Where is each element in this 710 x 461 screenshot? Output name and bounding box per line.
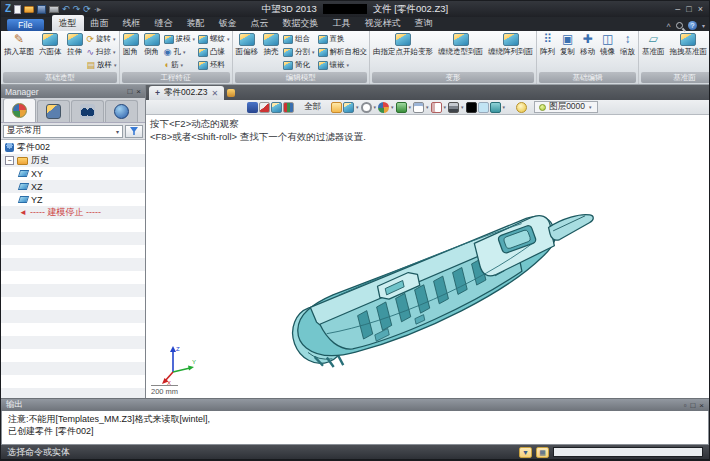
panel-restore-icon[interactable]: □ <box>127 87 132 96</box>
ribbon-button[interactable]: 圆角 <box>121 32 141 57</box>
tree-item[interactable]: YZ <box>1 193 145 206</box>
solid-cube-icon[interactable] <box>271 102 282 113</box>
ribbon-button[interactable]: 简化 <box>282 59 316 71</box>
menu-tab[interactable]: 点云 <box>244 15 276 31</box>
filter-all-label[interactable]: 全部 <box>304 101 321 113</box>
tree-item[interactable]: −历史 <box>1 154 145 167</box>
menu-tab[interactable]: 缝合 <box>148 15 180 31</box>
ribbon-button[interactable]: 拖拽基准面 <box>668 32 709 57</box>
ribbon-button[interactable]: ⟳旋转▾ <box>86 33 118 45</box>
split-view-icon[interactable] <box>431 102 442 113</box>
status-grid-button[interactable]: ▦ <box>536 447 549 458</box>
output-close-icon[interactable]: × <box>699 401 704 410</box>
material-icon[interactable] <box>396 102 407 113</box>
output-pin-icon[interactable]: ▫ <box>684 401 687 410</box>
window-view-icon[interactable] <box>413 102 424 113</box>
selection-badge-icon[interactable] <box>247 102 258 113</box>
model-canvas[interactable]: 按下<F2>动态的观察<F8>或者<Shift-roll> 查找下一个有效的过滤… <box>146 115 709 398</box>
close-button[interactable]: × <box>698 4 703 14</box>
minimize-button[interactable]: – <box>675 4 680 14</box>
new-file-icon[interactable] <box>14 5 21 14</box>
maximize-button[interactable]: □ <box>686 4 691 14</box>
expander-icon[interactable]: − <box>5 156 14 165</box>
ribbon-button[interactable]: ▤放样▾ <box>86 59 118 71</box>
ribbon-button[interactable]: 由指定点开始变形 <box>371 32 435 57</box>
layers-icon[interactable] <box>448 102 459 113</box>
document-tab[interactable]: + 零件002.Z3 ✕ <box>149 86 224 100</box>
output-restore-icon[interactable]: □ <box>690 401 695 410</box>
menu-tab[interactable]: 钣金 <box>212 15 244 31</box>
tab-history[interactable] <box>3 98 36 122</box>
ribbon-button[interactable]: 六面体 <box>37 32 64 57</box>
chart-icon[interactable] <box>283 102 294 113</box>
ribbon-button[interactable]: ∿扫掠▾ <box>86 46 118 58</box>
ribbon-button[interactable]: ✎插入草图 <box>2 32 36 57</box>
ribbon-button[interactable]: 解析自相交 <box>317 46 369 58</box>
ribbon-button[interactable]: 缠绕造型到面 <box>436 32 485 57</box>
ribbon-button[interactable]: 凸缘 <box>197 46 231 58</box>
menu-tab[interactable]: 线框 <box>116 15 148 31</box>
menu-tab[interactable]: 造型 <box>52 15 84 31</box>
tab-view[interactable] <box>105 100 138 122</box>
save-icon[interactable] <box>37 5 46 14</box>
status-filter-button[interactable]: ▼ <box>519 447 532 458</box>
tree-item[interactable]: 零件002 <box>1 141 145 154</box>
search-icon[interactable] <box>676 22 683 29</box>
file-menu-button[interactable]: File <box>7 19 44 31</box>
ribbon-button[interactable]: ✚移动 <box>578 32 597 57</box>
tree-item[interactable]: XZ <box>1 180 145 193</box>
model-3d[interactable] <box>238 141 610 393</box>
help-dropdown-icon[interactable]: ▾ <box>702 22 705 29</box>
collapse-ribbon-icon[interactable]: ˄ <box>666 21 671 30</box>
undo-icon[interactable]: ↶ <box>62 4 70 14</box>
tab-stub-icon[interactable] <box>227 89 235 97</box>
wireframe-icon[interactable] <box>361 102 372 113</box>
open-file-icon[interactable] <box>24 6 34 13</box>
menu-tab[interactable]: 曲面 <box>84 15 116 31</box>
menu-tab[interactable]: 装配 <box>180 15 212 31</box>
ribbon-button[interactable]: 面偏移 <box>234 32 261 57</box>
ribbon-button[interactable]: 组合 <box>282 33 316 45</box>
lightbulb-icon[interactable] <box>516 102 527 113</box>
ribbon-button[interactable]: 缠绕阵列到面 <box>486 32 535 57</box>
refresh-icon[interactable]: ⟳ <box>83 4 91 14</box>
qat-dropdown-icon[interactable]: ·▸ <box>94 4 102 14</box>
close-tab-icon[interactable]: ✕ <box>211 89 218 98</box>
ribbon-button[interactable]: 坯料 <box>197 59 231 71</box>
command-input[interactable] <box>553 447 703 457</box>
ribbon-button[interactable]: 拔模▾ <box>163 33 197 45</box>
ribbon-button[interactable]: 镶嵌▾ <box>317 59 369 71</box>
help-icon[interactable]: ? <box>688 21 697 30</box>
menu-tab[interactable]: 数据交换 <box>276 15 326 31</box>
ribbon-button[interactable]: 置换 <box>317 33 369 45</box>
ribbon-button[interactable]: ◫镜像 <box>598 32 617 57</box>
ribbon-button[interactable]: 螺纹▾ <box>197 33 231 45</box>
ribbon-button[interactable]: 拉伸 <box>65 32 85 57</box>
ribbon-button[interactable]: ◖筋▾ <box>163 59 197 71</box>
shaded-display-icon[interactable] <box>343 102 354 113</box>
menu-tab[interactable]: 查询 <box>408 15 440 31</box>
print-icon[interactable] <box>49 6 59 13</box>
ribbon-button[interactable]: 倒角 <box>142 32 162 57</box>
black-swatch-icon[interactable] <box>466 102 477 113</box>
background-icon[interactable] <box>490 102 501 113</box>
ribbon-button[interactable]: ▱基准面 <box>640 32 667 57</box>
redo-icon[interactable]: ↷ <box>73 4 81 14</box>
menu-tab[interactable]: 视觉样式 <box>358 15 408 31</box>
layer-selector[interactable]: 图层0000 ▾ <box>534 101 597 113</box>
ribbon-button[interactable]: ◉孔▾ <box>163 46 197 58</box>
panel-close-icon[interactable]: × <box>136 87 141 96</box>
tree-item[interactable]: XY <box>1 167 145 180</box>
filter-select[interactable]: 显示常用 ▾ <box>3 125 123 138</box>
blue-swatch-icon[interactable] <box>478 102 489 113</box>
new-tab-icon[interactable]: + <box>155 88 160 98</box>
menu-tab[interactable]: 工具 <box>326 15 358 31</box>
filter-funnel-button[interactable] <box>125 125 143 138</box>
ribbon-button[interactable]: 抽壳 <box>261 32 281 57</box>
ribbon-button[interactable]: 分割▾ <box>282 46 316 58</box>
tab-assembly[interactable] <box>37 100 70 122</box>
color-palette-icon[interactable] <box>378 102 389 113</box>
view-cube-icon[interactable] <box>331 102 342 113</box>
brush-icon[interactable] <box>259 102 270 113</box>
ribbon-button[interactable]: ⠿阵列 <box>538 32 557 57</box>
